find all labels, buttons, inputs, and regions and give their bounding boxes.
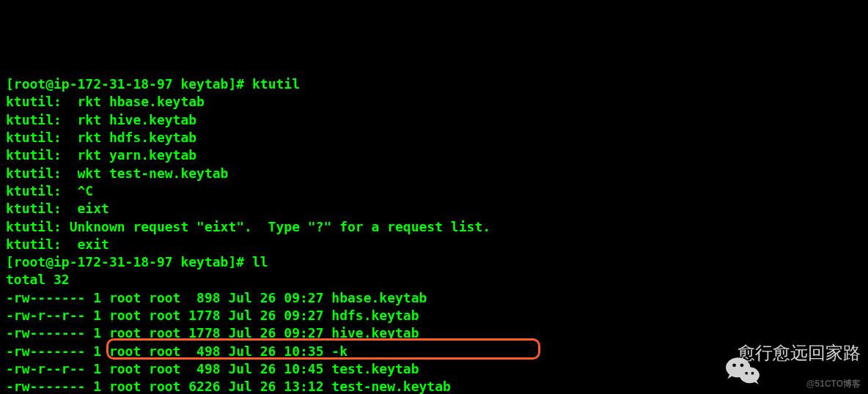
ktutil-line-2: ktutil: rkt hdfs.keytab <box>6 129 862 146</box>
site-watermark: @51CTO博客 <box>806 378 861 390</box>
ktutil-line-4: ktutil: wkt test-new.keytab <box>6 165 862 182</box>
ls-total: total 32 <box>6 271 862 289</box>
svg-point-5 <box>751 372 754 375</box>
ls-row-1: -rw-r--r-- 1 root root 1778 Jul 26 09:27… <box>6 307 862 324</box>
shell-prompt: [root@ip-172-31-18-97 keytab]# <box>6 254 252 270</box>
command-ll[interactable]: ll <box>252 254 268 270</box>
ktutil-line-6: ktutil: eixt <box>6 200 862 218</box>
prompt-line-1: [root@ip-172-31-18-97 keytab]# ktutil <box>6 75 862 93</box>
svg-point-2 <box>740 364 744 368</box>
wechat-watermark: 愈行愈远回家路 <box>692 334 861 372</box>
shell-prompt: [root@ip-172-31-18-97 keytab]# <box>6 76 252 92</box>
ls-row-0: -rw------- 1 root root 898 Jul 26 09:27 … <box>6 289 862 307</box>
wechat-icon <box>692 334 730 372</box>
ktutil-line-0: ktutil: rkt hbase.keytab <box>6 93 862 111</box>
command-ktutil[interactable]: ktutil <box>252 76 300 92</box>
ktutil-line-8: ktutil: exit <box>6 236 862 253</box>
svg-point-1 <box>733 364 737 368</box>
ktutil-line-3: ktutil: rkt yarn.keytab <box>6 146 862 164</box>
svg-point-4 <box>746 372 749 375</box>
prompt-line-2: [root@ip-172-31-18-97 keytab]# ll <box>6 253 862 271</box>
ktutil-line-5: ktutil: ^C <box>6 182 862 200</box>
ktutil-line-7: ktutil: Unknown request "eixt". Type "?"… <box>6 218 862 236</box>
ktutil-line-1: ktutil: rkt hive.keytab <box>6 111 862 129</box>
